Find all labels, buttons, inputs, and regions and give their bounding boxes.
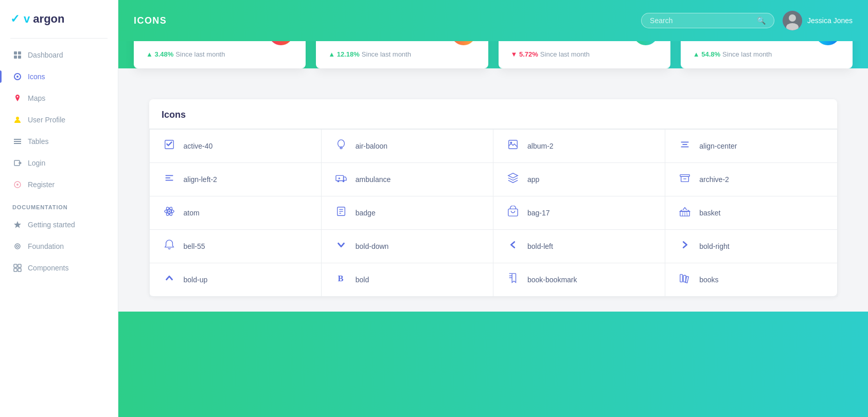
icon-item-bag-17[interactable]: bag-17	[493, 196, 665, 230]
sidebar-item-label: Dashboard	[28, 51, 63, 59]
icon-item-books[interactable]: books	[665, 263, 837, 297]
svg-rect-19	[18, 268, 21, 271]
icon-item-archive-2[interactable]: archive-2	[665, 162, 837, 196]
svg-rect-8	[14, 139, 21, 140]
stat-footer: ▲ 3.48% Since last month	[146, 50, 293, 58]
dashboard-icon	[12, 50, 23, 60]
sidebar-item-login[interactable]: Login	[6, 153, 112, 173]
sidebar-item-tables[interactable]: Tables	[6, 131, 112, 152]
icon-item-align-center[interactable]: align-center	[665, 129, 837, 163]
sidebar-item-components[interactable]: Components	[6, 258, 112, 278]
svg-rect-17	[18, 264, 21, 267]
sidebar: ✓ v argon Dashboard Icons Maps User	[0, 0, 118, 417]
icon-item-bold-left[interactable]: bold-left	[493, 229, 665, 263]
svg-rect-62	[680, 274, 683, 282]
icon-name-album-2: album-2	[527, 142, 554, 150]
svg-point-15	[16, 245, 19, 247]
icon-glyph-album-2	[506, 139, 520, 153]
icon-name-badge: badge	[356, 209, 376, 217]
sidebar-item-dashboard[interactable]: Dashboard	[6, 45, 112, 65]
icon-name-bold-up: bold-up	[184, 276, 208, 284]
search-input[interactable]	[650, 16, 753, 25]
icon-item-bell-55[interactable]: bell-55	[149, 229, 322, 263]
svg-rect-30	[340, 147, 342, 149]
icons-section: Icons active-40 air-baloon album-2 align…	[149, 99, 837, 296]
icon-glyph-bold-left	[506, 239, 520, 253]
stat-icon-traffic-2	[451, 41, 476, 45]
sidebar-item-label: Getting started	[28, 221, 75, 229]
icon-name-app: app	[527, 175, 539, 184]
icon-glyph-book-bookmark	[506, 273, 520, 287]
sidebar-item-user-profile[interactable]: User Profile	[6, 110, 112, 130]
stat-change: ▼ 5.72%	[511, 50, 538, 58]
stat-card-performance: PERFORMANCE 49,65% ▲ 54.8% Since last mo…	[681, 41, 853, 68]
icon-item-book-bookmark[interactable]: book-bookmark	[493, 263, 665, 297]
icon-name-basket: basket	[699, 209, 720, 217]
stat-value: 924	[511, 41, 533, 43]
icon-item-air-baloon[interactable]: air-baloon	[321, 129, 493, 163]
stat-card-sales: SALES 924 ▼ 5.72% Since last month	[499, 41, 670, 68]
stat-card-traffic-1: TOTAL TRAFFIC 350,897 ▲ 3.48% Since last…	[134, 41, 306, 68]
header-right: 🔍 Jessica Jones	[641, 11, 853, 30]
icon-item-badge[interactable]: badge	[321, 196, 493, 230]
login-icon	[12, 158, 23, 168]
icon-name-bag-17: bag-17	[527, 209, 550, 217]
icon-glyph-align-center	[678, 139, 692, 153]
stat-since: Since last month	[540, 50, 590, 58]
sidebar-item-getting-started[interactable]: Getting started	[6, 214, 112, 235]
stat-card-traffic-2: TOTAL TRAFFIC 2,356 ▲ 12.18% Since last …	[316, 41, 488, 68]
svg-rect-0	[14, 51, 17, 55]
stat-icon-sales	[633, 41, 658, 45]
user-name: Jessica Jones	[807, 16, 853, 25]
icon-name-books: books	[699, 276, 718, 284]
icon-item-bold[interactable]: B bold	[321, 263, 493, 297]
icons-section-title: Icons	[162, 110, 186, 120]
sidebar-item-label: Maps	[28, 94, 45, 102]
icons-icon	[12, 71, 23, 82]
icon-item-ambulance[interactable]: ambulance	[321, 162, 493, 196]
icon-glyph-bag-17	[506, 206, 520, 220]
icon-name-align-left-2: align-left-2	[184, 175, 217, 184]
sidebar-item-maps[interactable]: Maps	[6, 88, 112, 108]
sidebar-item-label: Tables	[28, 137, 48, 146]
stat-icon-performance	[816, 41, 840, 45]
header: ICONS 🔍 Jessica Jones	[118, 0, 868, 41]
icon-glyph-badge	[334, 206, 348, 220]
sidebar-item-foundation[interactable]: Foundation	[6, 236, 112, 257]
svg-point-46	[168, 210, 170, 212]
logo-chevron: ✓	[10, 12, 20, 26]
sidebar-item-label: Foundation	[28, 242, 64, 250]
icon-item-bold-down[interactable]: bold-down	[321, 229, 493, 263]
sidebar-nav: Dashboard Icons Maps User Profile Tables	[0, 45, 118, 417]
svg-rect-2	[14, 56, 17, 59]
svg-rect-16	[14, 264, 17, 267]
sidebar-item-label: Icons	[28, 72, 45, 81]
icon-item-align-left-2[interactable]: align-left-2	[149, 162, 322, 196]
icon-item-album-2[interactable]: album-2	[493, 129, 665, 163]
avatar	[783, 11, 802, 30]
icon-item-app[interactable]: app	[493, 162, 665, 196]
stat-since: Since last month	[362, 50, 411, 58]
icon-item-bold-right[interactable]: bold-right	[665, 229, 837, 263]
user-info[interactable]: Jessica Jones	[783, 11, 853, 30]
icon-glyph-books	[678, 273, 692, 287]
icon-glyph-ambulance	[334, 172, 348, 187]
stat-value: 49,65%	[693, 41, 742, 43]
icon-glyph-basket	[678, 206, 692, 220]
icons-section-header: Icons	[149, 99, 837, 129]
sidebar-item-icons[interactable]: Icons	[6, 66, 112, 87]
icon-item-basket[interactable]: basket	[665, 196, 837, 230]
icon-item-active-40[interactable]: active-40	[149, 129, 322, 163]
icon-name-book-bookmark: book-bookmark	[527, 276, 577, 284]
register-icon	[12, 179, 23, 190]
main-content: ICONS 🔍 Jessica Jones TOTAL TRAFFIC	[118, 0, 868, 417]
icon-item-bold-up[interactable]: bold-up	[149, 263, 322, 297]
stat-footer: ▲ 12.18% Since last month	[328, 50, 475, 58]
getting-started-icon	[12, 220, 23, 230]
maps-icon	[12, 93, 23, 103]
search-box[interactable]: 🔍	[641, 13, 774, 28]
icon-name-ambulance: ambulance	[356, 175, 391, 184]
sidebar-item-register[interactable]: Register	[6, 174, 112, 195]
svg-point-6	[17, 96, 19, 98]
icon-item-atom[interactable]: atom	[149, 196, 322, 230]
